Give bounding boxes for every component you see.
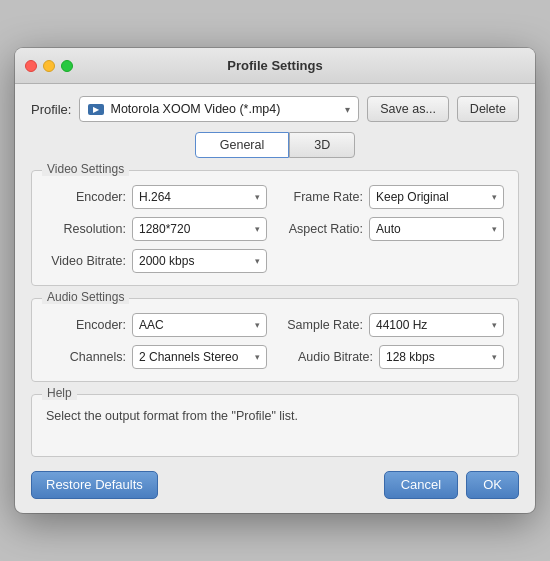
audio-bitrate-field-row: Audio Bitrate: 128 kbps ▾ bbox=[283, 345, 504, 369]
audio-settings-title: Audio Settings bbox=[42, 290, 129, 304]
delete-button[interactable]: Delete bbox=[457, 96, 519, 122]
chevron-down-icon: ▾ bbox=[255, 256, 260, 266]
save-as-button[interactable]: Save as... bbox=[367, 96, 449, 122]
sample-rate-dropdown[interactable]: 44100 Hz ▾ bbox=[369, 313, 504, 337]
frame-rate-field-row: Frame Rate: Keep Original ▾ bbox=[283, 185, 504, 209]
encoder-field-row: Encoder: H.264 ▾ bbox=[46, 185, 267, 209]
encoder-dropdown[interactable]: H.264 ▾ bbox=[132, 185, 267, 209]
video-bitrate-value: 2000 kbps bbox=[139, 254, 194, 268]
audio-encoder-dropdown[interactable]: AAC ▾ bbox=[132, 313, 267, 337]
frame-rate-value: Keep Original bbox=[376, 190, 449, 204]
traffic-lights bbox=[25, 60, 73, 72]
sample-rate-value: 44100 Hz bbox=[376, 318, 427, 332]
profile-row: Profile: ▶ Motorola XOOM Video (*.mp4) ▾… bbox=[31, 96, 519, 122]
chevron-down-icon: ▾ bbox=[492, 192, 497, 202]
channels-value: 2 Channels Stereo bbox=[139, 350, 238, 364]
help-text: Select the output format from the "Profi… bbox=[46, 407, 504, 426]
aspect-ratio-value: Auto bbox=[376, 222, 401, 236]
channels-label: Channels: bbox=[46, 350, 126, 364]
frame-rate-label: Frame Rate: bbox=[283, 190, 363, 204]
chevron-down-icon: ▾ bbox=[492, 352, 497, 362]
audio-bitrate-label: Audio Bitrate: bbox=[283, 350, 373, 364]
resolution-field-row: Resolution: 1280*720 ▾ bbox=[46, 217, 267, 241]
content-area: Profile: ▶ Motorola XOOM Video (*.mp4) ▾… bbox=[15, 84, 535, 513]
title-bar: Profile Settings bbox=[15, 48, 535, 84]
audio-bitrate-dropdown[interactable]: 128 kbps ▾ bbox=[379, 345, 504, 369]
audio-encoder-field-row: Encoder: AAC ▾ bbox=[46, 313, 267, 337]
minimize-button[interactable] bbox=[43, 60, 55, 72]
chevron-down-icon: ▾ bbox=[492, 320, 497, 330]
confirm-buttons-group: Cancel OK bbox=[384, 471, 519, 499]
resolution-dropdown[interactable]: 1280*720 ▾ bbox=[132, 217, 267, 241]
aspect-ratio-label: Aspect Ratio: bbox=[283, 222, 363, 236]
video-settings-title: Video Settings bbox=[42, 162, 129, 176]
tab-3d[interactable]: 3D bbox=[289, 132, 355, 158]
tabs-row: General 3D bbox=[31, 132, 519, 158]
chevron-down-icon: ▾ bbox=[345, 104, 350, 115]
video-settings-grid: Encoder: H.264 ▾ Frame Rate: Keep Origin… bbox=[46, 185, 504, 273]
audio-encoder-label: Encoder: bbox=[46, 318, 126, 332]
audio-encoder-value: AAC bbox=[139, 318, 164, 332]
window-title: Profile Settings bbox=[227, 58, 322, 73]
encoder-label: Encoder: bbox=[46, 190, 126, 204]
profile-icon: ▶ bbox=[88, 104, 104, 115]
chevron-down-icon: ▾ bbox=[255, 192, 260, 202]
restore-defaults-button[interactable]: Restore Defaults bbox=[31, 471, 158, 499]
sample-rate-label: Sample Rate: bbox=[283, 318, 363, 332]
bottom-buttons-row: Restore Defaults Cancel OK bbox=[31, 471, 519, 499]
video-bitrate-field-row: Video Bitrate: 2000 kbps ▾ bbox=[46, 249, 267, 273]
audio-settings-grid: Encoder: AAC ▾ Sample Rate: 44100 Hz ▾ C… bbox=[46, 313, 504, 369]
chevron-down-icon: ▾ bbox=[255, 352, 260, 362]
chevron-down-icon: ▾ bbox=[255, 320, 260, 330]
aspect-ratio-field-row: Aspect Ratio: Auto ▾ bbox=[283, 217, 504, 241]
resolution-value: 1280*720 bbox=[139, 222, 190, 236]
help-section: Help Select the output format from the "… bbox=[31, 394, 519, 457]
audio-bitrate-value: 128 kbps bbox=[386, 350, 435, 364]
cancel-button[interactable]: Cancel bbox=[384, 471, 458, 499]
video-bitrate-dropdown[interactable]: 2000 kbps ▾ bbox=[132, 249, 267, 273]
profile-label: Profile: bbox=[31, 102, 71, 117]
channels-field-row: Channels: 2 Channels Stereo ▾ bbox=[46, 345, 267, 369]
encoder-value: H.264 bbox=[139, 190, 171, 204]
sample-rate-field-row: Sample Rate: 44100 Hz ▾ bbox=[283, 313, 504, 337]
maximize-button[interactable] bbox=[61, 60, 73, 72]
video-bitrate-label: Video Bitrate: bbox=[46, 254, 126, 268]
help-title: Help bbox=[42, 386, 77, 400]
aspect-ratio-dropdown[interactable]: Auto ▾ bbox=[369, 217, 504, 241]
chevron-down-icon: ▾ bbox=[255, 224, 260, 234]
profile-dropdown[interactable]: ▶ Motorola XOOM Video (*.mp4) ▾ bbox=[79, 96, 359, 122]
profile-value: Motorola XOOM Video (*.mp4) bbox=[110, 102, 280, 116]
video-settings-section: Video Settings Encoder: H.264 ▾ Frame Ra… bbox=[31, 170, 519, 286]
frame-rate-dropdown[interactable]: Keep Original ▾ bbox=[369, 185, 504, 209]
chevron-down-icon: ▾ bbox=[492, 224, 497, 234]
audio-settings-section: Audio Settings Encoder: AAC ▾ Sample Rat… bbox=[31, 298, 519, 382]
ok-button[interactable]: OK bbox=[466, 471, 519, 499]
tab-general[interactable]: General bbox=[195, 132, 289, 158]
profile-select-wrap: ▶ Motorola XOOM Video (*.mp4) ▾ bbox=[79, 96, 359, 122]
profile-settings-window: Profile Settings Profile: ▶ Motorola XOO… bbox=[15, 48, 535, 513]
channels-dropdown[interactable]: 2 Channels Stereo ▾ bbox=[132, 345, 267, 369]
resolution-label: Resolution: bbox=[46, 222, 126, 236]
close-button[interactable] bbox=[25, 60, 37, 72]
